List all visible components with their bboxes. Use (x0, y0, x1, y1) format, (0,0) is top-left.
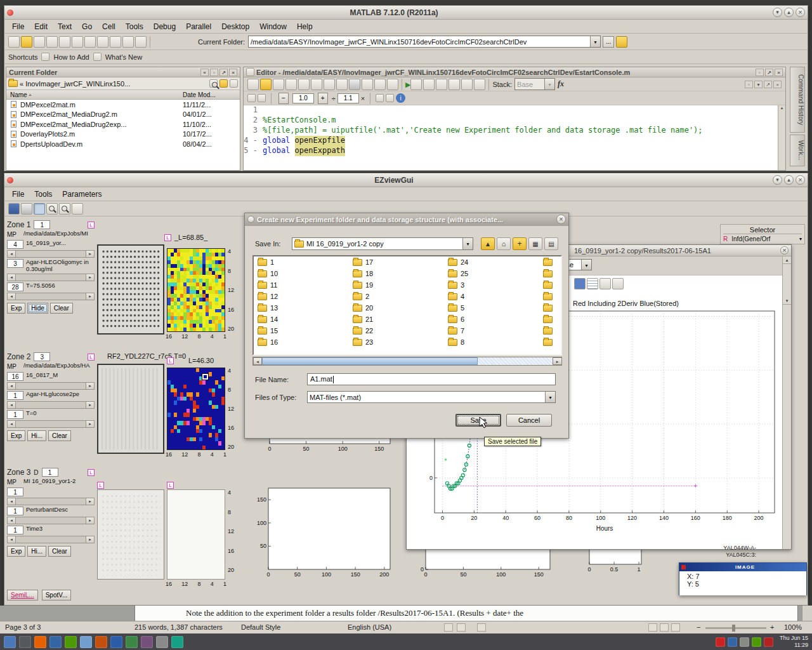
file-name[interactable]: DMPexcel2mat_MediaDrug2.m (20, 110, 117, 118)
value-field-right[interactable] (337, 93, 359, 103)
close-panel-icon[interactable] (229, 69, 237, 76)
document-modified-icon[interactable] (477, 623, 486, 632)
step-icon[interactable] (436, 79, 447, 90)
increase-button[interactable]: + (318, 93, 328, 104)
print-icon[interactable] (349, 79, 360, 90)
menu-item-parallel[interactable]: Parallel (181, 21, 216, 32)
folder-item[interactable] (539, 268, 562, 279)
step-in-icon[interactable] (449, 79, 460, 90)
save-button[interactable]: Save (455, 414, 501, 427)
zone1-heatmap[interactable] (167, 248, 225, 332)
zone-button-exp[interactable]: Exp (7, 430, 25, 441)
file-manager-icon[interactable] (49, 636, 62, 648)
guide-icon[interactable] (110, 36, 121, 48)
menu-item-go[interactable]: Go (77, 21, 97, 32)
folder-item-20[interactable]: 20 (349, 302, 444, 314)
file-row[interactable]: DMPexcel2mat_MediaDrug2exp...11/10/2... (6, 119, 240, 129)
document-text[interactable]: Note the addition to the experiment fold… (135, 606, 797, 618)
folder-item-8[interactable]: 8 (444, 336, 539, 348)
zone3-blank-image[interactable] (167, 489, 225, 580)
menu-item-help[interactable]: Help (292, 21, 318, 32)
dock-icon[interactable] (200, 69, 209, 76)
code-line[interactable]: 2%EstartConsole.m (244, 116, 778, 126)
info-icon[interactable] (396, 93, 405, 103)
folder-item-10[interactable]: 10 (254, 268, 349, 279)
save-in-combo[interactable]: MI 16_0919_yor1-2 copy (292, 237, 473, 250)
table-icon[interactable] (587, 278, 598, 289)
percent-icon[interactable] (386, 94, 394, 102)
find-icon[interactable] (362, 79, 373, 90)
folder-item-22[interactable]: 22 (349, 325, 444, 336)
zone-slider[interactable]: ◂▸ (7, 250, 95, 258)
image-window-titlebar[interactable]: IMAGE (679, 563, 806, 571)
profiler-icon[interactable] (122, 36, 134, 48)
code-line[interactable]: 4 -global openExpfile (244, 136, 778, 146)
paste-icon[interactable] (311, 79, 322, 90)
folder-item[interactable] (539, 291, 562, 302)
undock-icon[interactable] (219, 69, 228, 76)
zoom-level[interactable]: 100% (784, 623, 802, 631)
dialog-close-button[interactable] (556, 215, 566, 224)
layout-icon[interactable] (745, 81, 753, 88)
clear-breakpoints-icon[interactable] (423, 79, 435, 90)
zone-field[interactable]: MP (7, 478, 21, 486)
folder-item-24[interactable]: 24 (444, 256, 539, 268)
clock[interactable]: Thu Jun 15 11:29 (780, 635, 808, 649)
zoom-in-icon[interactable] (46, 203, 58, 215)
zone3-plate-image[interactable] (97, 489, 164, 580)
new-icon[interactable] (247, 79, 259, 90)
zone-field[interactable]: 3 (7, 259, 23, 268)
copy-icon[interactable] (46, 36, 58, 48)
folder-item[interactable] (539, 325, 562, 336)
forward-icon[interactable] (387, 79, 398, 90)
zone-slider[interactable]: ◂▸ (7, 293, 95, 300)
multi-page-view-icon[interactable] (660, 623, 669, 632)
simulink-icon[interactable] (97, 36, 108, 48)
zone-button-hi[interactable]: Hi... (27, 546, 46, 557)
file-row[interactable]: DMPexcel2mat.m11/11/2... (6, 100, 240, 110)
file-name[interactable]: DMPexcel2mat_MediaDrug2exp... (20, 121, 127, 128)
chevron-down-icon[interactable] (462, 238, 473, 249)
folder-item-16[interactable]: 16 (254, 336, 349, 348)
up-one-level-icon[interactable] (481, 237, 495, 250)
folder-item-2[interactable]: 2 (349, 291, 444, 302)
menu-item-cell[interactable]: Cell (97, 21, 121, 32)
zone-field[interactable]: 28 (7, 282, 23, 291)
file-list-header[interactable]: Name ▵ Date Mod... (6, 90, 240, 100)
zone-field[interactable]: 1 (7, 391, 23, 400)
mail-icon[interactable] (65, 636, 77, 648)
file-row[interactable]: DpertsUploadDev.m08/04/2... (6, 139, 240, 149)
new-script-icon[interactable] (8, 36, 20, 48)
zone-slider[interactable]: ◂▸ (7, 274, 95, 281)
save-icon[interactable] (8, 203, 20, 215)
code-editor[interactable]: 12%EstartConsole.m3%[file,path] = uiputf… (244, 105, 778, 170)
minimize-panel-icon[interactable] (756, 69, 764, 76)
office-writer-icon[interactable] (110, 636, 122, 648)
insert-breakpoint-icon[interactable] (410, 79, 422, 90)
semilog-button[interactable]: SemiL... (7, 590, 38, 600)
folder-item[interactable] (539, 256, 562, 268)
back-icon[interactable] (374, 79, 386, 90)
undo-icon[interactable] (72, 36, 83, 48)
applications-menu-icon[interactable] (4, 636, 16, 648)
new-folder-icon[interactable] (219, 79, 228, 88)
file-row[interactable]: DoverlayPlots2.m10/17/2... (6, 129, 240, 140)
zone-field[interactable]: 1 (7, 410, 23, 419)
scroll-left-icon[interactable]: ◂ (253, 357, 262, 365)
writer-scrollbar[interactable] (802, 606, 812, 621)
menu-item-desktop[interactable]: Desktop (216, 21, 254, 32)
detail-view-icon[interactable] (544, 237, 558, 250)
zoom-slider-thumb[interactable] (732, 625, 735, 632)
workspace-tab[interactable]: Work... (790, 135, 805, 166)
whats-new-link[interactable]: What's New (105, 53, 142, 61)
zoom-slider[interactable] (705, 627, 766, 629)
insert-mode-icon[interactable] (444, 623, 453, 632)
editor-scrollbar[interactable]: ▴ (778, 105, 785, 170)
how-to-add-link[interactable]: How to Add (53, 53, 89, 61)
zone-button-clear[interactable]: Clear (48, 546, 71, 557)
zone-value-field[interactable]: 3 (34, 352, 50, 361)
selected-spot-marker[interactable] (202, 374, 208, 380)
code-line[interactable]: 3%[file,path] = uiputfile('.mat','Create… (244, 126, 778, 136)
zone-button-hi[interactable]: Hi... (27, 430, 46, 441)
folder-item-14[interactable]: 14 (254, 314, 349, 325)
